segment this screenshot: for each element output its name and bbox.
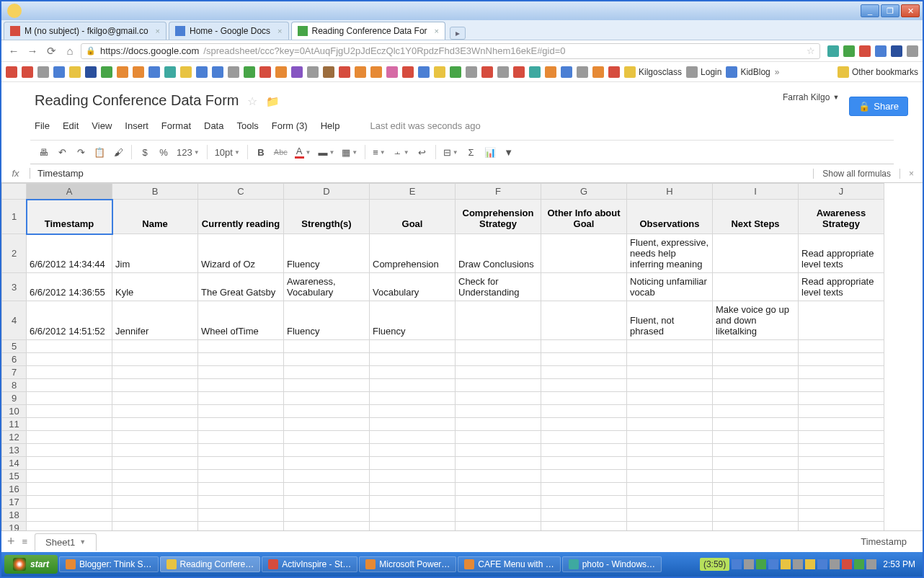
empty-cell[interactable] — [456, 444, 541, 457]
functions-button[interactable]: Σ — [463, 143, 480, 161]
percent-button[interactable]: % — [155, 143, 172, 161]
empty-cell[interactable] — [627, 405, 713, 418]
empty-cell[interactable] — [799, 431, 884, 444]
bookmark-icon[interactable] — [339, 66, 350, 78]
empty-cell[interactable] — [198, 353, 284, 366]
align-button[interactable]: ≡▼ — [370, 143, 388, 161]
empty-cell[interactable] — [27, 457, 112, 470]
empty-cell[interactable] — [799, 340, 884, 353]
data-cell[interactable] — [541, 273, 627, 301]
empty-cell[interactable] — [370, 522, 456, 531]
row-header[interactable]: 19 — [2, 522, 27, 531]
all-sheets-button[interactable]: ≡ — [22, 536, 28, 547]
data-cell[interactable]: Fluency — [370, 301, 456, 340]
empty-cell[interactable] — [198, 470, 284, 483]
close-tab-icon[interactable]: × — [435, 27, 439, 35]
folder-icon[interactable]: 📁 — [266, 95, 280, 107]
empty-cell[interactable] — [370, 366, 456, 379]
back-button[interactable]: ← — [6, 43, 22, 59]
empty-cell[interactable] — [284, 444, 370, 457]
data-cell[interactable]: Jim — [112, 234, 198, 273]
empty-cell[interactable] — [112, 470, 198, 483]
bookmark-icon[interactable] — [418, 66, 430, 78]
bookmark-icon[interactable] — [529, 66, 541, 78]
bookmark-icon[interactable] — [37, 66, 49, 78]
empty-cell[interactable] — [799, 444, 884, 457]
taskbar-item[interactable]: ActivInspire - St… — [262, 556, 357, 572]
spreadsheet-grid[interactable]: ABCDEFGHIJ1TimestampNameCurrently readin… — [1, 183, 923, 530]
share-button[interactable]: 🔒Share — [849, 97, 908, 116]
empty-cell[interactable] — [198, 405, 284, 418]
data-cell[interactable]: 6/6/2012 14:51:52 — [27, 301, 112, 340]
header-cell[interactable]: Currently reading — [198, 200, 284, 234]
empty-cell[interactable] — [541, 418, 627, 431]
empty-cell[interactable] — [456, 366, 541, 379]
empty-cell[interactable] — [456, 431, 541, 444]
data-cell[interactable] — [541, 234, 627, 273]
empty-cell[interactable] — [198, 496, 284, 509]
tray-icon[interactable] — [805, 559, 815, 569]
data-cell[interactable] — [713, 234, 799, 273]
empty-cell[interactable] — [27, 470, 112, 483]
header-cell[interactable]: Next Steps — [713, 200, 799, 234]
empty-cell[interactable] — [456, 496, 541, 509]
empty-cell[interactable] — [713, 470, 799, 483]
minimize-button[interactable]: _ — [861, 4, 879, 17]
bookmark-icon[interactable] — [291, 66, 303, 78]
bookmark-icon[interactable] — [22, 66, 33, 78]
empty-cell[interactable] — [198, 340, 284, 353]
data-cell[interactable]: Fluent, not phrased — [627, 301, 713, 340]
empty-cell[interactable] — [27, 522, 112, 531]
ext-icon[interactable] — [859, 45, 871, 57]
empty-cell[interactable] — [799, 509, 884, 522]
empty-cell[interactable] — [370, 379, 456, 392]
show-all-formulas[interactable]: Show all formulas — [813, 169, 899, 179]
strikethrough-button[interactable]: Abc — [271, 143, 290, 161]
clock[interactable]: 2:53 PM — [883, 559, 915, 569]
data-cell[interactable]: Vocabulary — [370, 273, 456, 301]
empty-cell[interactable] — [112, 353, 198, 366]
row-header[interactable]: 14 — [2, 457, 27, 470]
bookmark-icon[interactable] — [228, 66, 239, 78]
taskbar-item[interactable]: photo - Windows… — [562, 556, 662, 572]
bookmark-icon[interactable] — [323, 66, 334, 78]
empty-cell[interactable] — [627, 483, 713, 496]
data-cell[interactable]: 6/6/2012 14:34:44 — [27, 234, 112, 273]
row-header[interactable]: 13 — [2, 444, 27, 457]
empty-cell[interactable] — [627, 496, 713, 509]
empty-cell[interactable] — [627, 379, 713, 392]
empty-cell[interactable] — [284, 418, 370, 431]
empty-cell[interactable] — [370, 509, 456, 522]
row-header[interactable]: 3 — [2, 273, 27, 301]
data-cell[interactable]: Wheel ofTime — [198, 301, 284, 340]
empty-cell[interactable] — [370, 353, 456, 366]
other-bookmarks[interactable]: Other bookmarks — [838, 66, 918, 78]
empty-cell[interactable] — [370, 457, 456, 470]
empty-cell[interactable] — [456, 340, 541, 353]
bookmark-icon[interactable] — [85, 66, 97, 78]
empty-cell[interactable] — [284, 379, 370, 392]
empty-cell[interactable] — [627, 431, 713, 444]
tray-icon[interactable] — [842, 559, 852, 569]
bookmark-icon[interactable] — [577, 66, 588, 78]
empty-cell[interactable] — [284, 353, 370, 366]
empty-cell[interactable] — [112, 392, 198, 405]
empty-cell[interactable] — [112, 522, 198, 531]
header-cell[interactable]: Comprehension Strategy — [456, 200, 541, 234]
empty-cell[interactable] — [713, 522, 799, 531]
empty-cell[interactable] — [456, 457, 541, 470]
close-window-button[interactable]: ✕ — [901, 4, 920, 17]
empty-cell[interactable] — [799, 457, 884, 470]
bookmark-icon[interactable] — [275, 66, 287, 78]
bookmark-icon[interactable] — [386, 66, 398, 78]
empty-cell[interactable] — [284, 340, 370, 353]
taskbar-item[interactable]: CAFE Menu with … — [458, 556, 560, 572]
empty-cell[interactable] — [284, 431, 370, 444]
column-header[interactable]: E — [370, 184, 456, 200]
bookmark-icon[interactable] — [117, 66, 128, 78]
bookmark-icon[interactable] — [69, 66, 81, 78]
data-cell[interactable]: Awareness, Vocabulary — [284, 273, 370, 301]
tray-icon[interactable] — [768, 559, 778, 569]
empty-cell[interactable] — [27, 353, 112, 366]
empty-cell[interactable] — [27, 483, 112, 496]
